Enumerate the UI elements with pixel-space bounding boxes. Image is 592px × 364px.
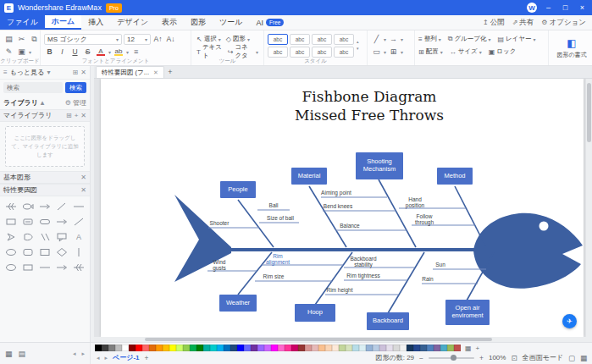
color-swatch[interactable]: [434, 345, 440, 351]
u-button[interactable]: U: [69, 47, 80, 58]
shape-thumb-main-spine[interactable]: [37, 199, 53, 213]
fishbone-library-header[interactable]: 特性要因図: [3, 185, 37, 195]
library-grid-icon[interactable]: ▦: [5, 350, 13, 358]
document-tab[interactable]: 特性要因図 (フ... ✕: [96, 66, 164, 78]
shape-thumb-oval-shape[interactable]: [3, 245, 19, 259]
increase-font-icon[interactable]: A↑: [152, 34, 163, 45]
line-style-icon[interactable]: ╱: [371, 34, 382, 45]
color-swatch[interactable]: [352, 345, 359, 351]
library-list-icon[interactable]: ▤: [19, 350, 26, 358]
color-swatch[interactable]: [359, 345, 366, 351]
zoom-out-icon[interactable]: −: [419, 354, 423, 362]
shape-thumb-label-box[interactable]: [20, 214, 36, 229]
options-button[interactable]: ⚙オプション: [541, 18, 586, 28]
color-swatch[interactable]: [312, 345, 318, 351]
text-tool-button[interactable]: Tテキスト: [195, 47, 224, 58]
cause-label-shooter[interactable]: Shooter: [210, 220, 230, 226]
group-button[interactable]: ⧉グループ化▾: [448, 34, 491, 45]
close-icon[interactable]: ✕: [80, 69, 86, 76]
style-preset-chip[interactable]: abc: [312, 34, 332, 45]
b-button[interactable]: B: [44, 47, 55, 58]
close-icon[interactable]: ✕: [80, 174, 86, 181]
category-box-backboard[interactable]: Backboard: [367, 312, 409, 330]
decrease-font-icon[interactable]: A↓: [165, 34, 176, 45]
share-button[interactable]: ⇗共有: [512, 18, 534, 28]
color-swatch[interactable]: [393, 345, 400, 351]
cause-label-sun[interactable]: Sun: [435, 262, 445, 267]
shape-thumb-cause-line[interactable]: [70, 199, 86, 213]
cause-label-rimheight[interactable]: Rim height: [326, 287, 352, 293]
menu-tab-tools[interactable]: ツール: [213, 15, 249, 30]
menu-tab-insert[interactable]: 挿入: [81, 15, 110, 30]
color-swatch[interactable]: [169, 345, 176, 351]
shape-thumb-rect-box[interactable]: [37, 245, 53, 259]
menu-tab-shape[interactable]: 図形: [184, 15, 213, 30]
color-swatch[interactable]: [407, 345, 413, 351]
pan-mode-icon[interactable]: ▦: [580, 354, 587, 362]
color-swatch[interactable]: [251, 345, 257, 351]
more-button[interactable]: もっと見る: [10, 68, 45, 77]
shape-thumb-rounded-box[interactable]: [20, 245, 36, 259]
search-input[interactable]: [3, 82, 63, 93]
add-icon[interactable]: +: [75, 112, 79, 119]
color-swatch[interactable]: [122, 345, 129, 351]
category-box-shooting[interactable]: Shooting Mechanism: [356, 152, 403, 179]
search-button[interactable]: 検索: [65, 82, 86, 93]
prev-page-icon[interactable]: ◂: [97, 355, 100, 361]
grid-view-icon[interactable]: ⊞: [66, 112, 72, 119]
style-preset-chip[interactable]: abc: [312, 47, 332, 58]
color-swatch[interactable]: [142, 345, 149, 351]
font-family-select[interactable]: MS ゴシック ▾: [44, 34, 122, 45]
add-page-icon[interactable]: +: [145, 354, 149, 362]
position-button[interactable]: ⊞配置▾: [418, 47, 443, 58]
chevron-down-icon[interactable]: ▾: [47, 69, 50, 76]
color-swatch[interactable]: [332, 345, 339, 351]
zoom-level[interactable]: 100%: [489, 354, 506, 361]
style-preset-chip[interactable]: abc: [334, 47, 354, 58]
eraser-icon[interactable]: ▣: [16, 47, 27, 58]
cut-icon[interactable]: ✂: [16, 34, 27, 45]
shape-format-button[interactable]: ◧ 図形の書式: [549, 30, 592, 65]
color-swatch[interactable]: [183, 345, 190, 351]
color-swatch[interactable]: [108, 345, 115, 351]
shadow-style-icon[interactable]: ⊞: [388, 47, 399, 58]
new-tab-button[interactable]: +: [164, 66, 176, 78]
close-tab-icon[interactable]: ✕: [153, 69, 158, 76]
style-preset-chip[interactable]: abc: [290, 47, 310, 58]
color-swatch[interactable]: [237, 345, 244, 351]
category-box-material[interactable]: Material: [291, 168, 327, 185]
color-swatch[interactable]: [102, 345, 108, 351]
color-swatch[interactable]: [413, 345, 420, 351]
close-button[interactable]: ×: [577, 0, 588, 15]
next-page-icon[interactable]: ▸: [105, 355, 108, 361]
shape-thumb-category-box[interactable]: [3, 214, 19, 229]
color-swatch[interactable]: [285, 345, 291, 351]
color-swatch[interactable]: [278, 345, 285, 351]
next-page-icon[interactable]: ▸: [81, 350, 85, 357]
layer-button[interactable]: ▤レイヤー▾: [497, 34, 535, 45]
color-swatch[interactable]: [156, 345, 163, 351]
category-box-openair[interactable]: Open air enviroment: [445, 300, 490, 325]
zoom-slider[interactable]: [429, 357, 474, 359]
color-swatch[interactable]: [136, 345, 142, 351]
lock-button[interactable]: ▣ロック: [489, 47, 517, 58]
cause-label-backboardstability[interactable]: Backboard stability: [345, 256, 382, 267]
color-swatch[interactable]: [379, 345, 386, 351]
shape-thumb-fish-tail[interactable]: [3, 229, 19, 244]
align-left-icon[interactable]: ≡: [130, 47, 141, 58]
minimize-button[interactable]: –: [543, 0, 554, 15]
chevron-down-icon[interactable]: ▾: [126, 49, 129, 55]
menu-tab-file[interactable]: ファイル: [0, 15, 45, 30]
cause-label-ball[interactable]: Ball: [269, 202, 279, 208]
shape-thumb-oval-shape[interactable]: [3, 260, 19, 274]
size-button[interactable]: ↔サイズ▾: [450, 47, 482, 58]
font-color-button[interactable]: A: [95, 47, 107, 56]
color-swatch[interactable]: [264, 345, 271, 351]
style-scroll-down-icon[interactable]: ▾: [357, 46, 359, 51]
color-swatch[interactable]: [224, 345, 230, 351]
color-swatch[interactable]: [203, 345, 210, 351]
shape-thumb-category-branch[interactable]: [53, 199, 69, 213]
shape-thumb-fish-head[interactable]: [20, 229, 36, 244]
shape-thumb-diagonal-line[interactable]: [70, 214, 86, 229]
color-swatch[interactable]: [190, 345, 196, 351]
